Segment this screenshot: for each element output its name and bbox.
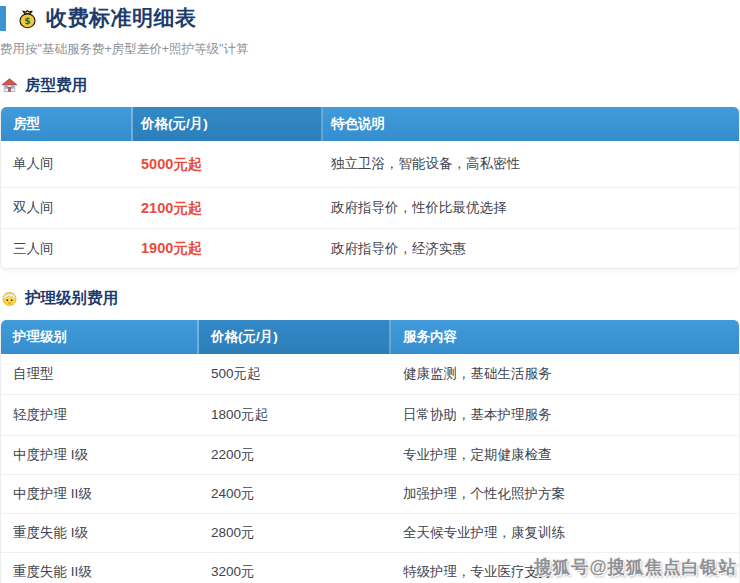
care-fees-section-title: 护理级别费用	[25, 288, 118, 309]
room-price: 2100元起	[133, 199, 323, 218]
svg-text:$: $	[24, 14, 30, 25]
room-fees-header-row: 房型 价格(元/月) 特色说明	[1, 107, 739, 141]
caregiver-face-icon	[1, 290, 18, 307]
care-fees-table: 护理级别 价格(元/月) 服务内容 自理型 500元起 健康监测，基础生活服务 …	[0, 320, 740, 583]
care-desc: 日常协助，基本护理服务	[391, 406, 739, 424]
table-row: 双人间 2100元起 政府指导价，性价比最优选择	[1, 188, 739, 229]
fee-schedule-page: $ 收费标准明细表 费用按"基础服务费+房型差价+照护等级"计算 房型费用 房型…	[0, 0, 740, 583]
care-level: 轻度护理	[1, 406, 199, 424]
table-row: 三人间 1900元起 政府指导价，经济实惠	[1, 229, 739, 268]
care-fees-header-desc: 服务内容	[391, 320, 739, 354]
fee-formula-subtitle: 费用按"基础服务费+房型差价+照护等级"计算	[0, 41, 740, 58]
care-price: 3200元	[199, 563, 391, 581]
room-type: 双人间	[1, 199, 133, 217]
care-level: 重度失能 I级	[1, 524, 199, 542]
room-fees-section-title: 房型费用	[25, 75, 87, 96]
table-row: 轻度护理 1800元起 日常协助，基本护理服务	[1, 395, 739, 436]
page-title-bar: $ 收费标准明细表	[0, 4, 740, 32]
room-type: 单人间	[1, 155, 133, 173]
money-bag-icon: $	[17, 8, 38, 29]
page-title: 收费标准明细表	[46, 4, 197, 32]
care-fees-header-row: 护理级别 价格(元/月) 服务内容	[1, 320, 739, 354]
care-price: 2800元	[199, 524, 391, 542]
care-price: 2200元	[199, 446, 391, 464]
house-icon	[1, 77, 18, 94]
table-row: 中度护理 I级 2200元 专业护理，定期健康检查	[1, 436, 739, 475]
care-level: 中度护理 I级	[1, 446, 199, 464]
table-row: 自理型 500元起 健康监测，基础生活服务	[1, 354, 739, 395]
room-desc: 独立卫浴，智能设备，高私密性	[323, 155, 739, 173]
table-row: 中度护理 II级 2400元 加强护理，个性化照护方案	[1, 475, 739, 514]
care-fees-section-heading: 护理级别费用	[0, 288, 740, 308]
care-level: 自理型	[1, 365, 199, 383]
room-price: 5000元起	[133, 155, 323, 174]
care-desc: 全天候专业护理，康复训练	[391, 524, 739, 542]
room-price: 1900元起	[133, 239, 323, 258]
room-fees-table: 房型 价格(元/月) 特色说明 单人间 5000元起 独立卫浴，智能设备，高私密…	[0, 107, 740, 269]
room-desc: 政府指导价，经济实惠	[323, 240, 739, 258]
sohu-watermark: 搜狐号@搜狐焦点白银站	[534, 555, 737, 579]
care-fees-header-price: 价格(元/月)	[199, 320, 391, 354]
room-fees-header-price: 价格(元/月)	[133, 107, 323, 141]
room-desc: 政府指导价，性价比最优选择	[323, 199, 739, 217]
title-accent-bar	[0, 6, 6, 31]
table-row: 重度失能 I级 2800元 全天候专业护理，康复训练	[1, 514, 739, 553]
room-fees-section-heading: 房型费用	[0, 75, 740, 95]
care-desc: 健康监测，基础生活服务	[391, 365, 739, 383]
table-row: 单人间 5000元起 独立卫浴，智能设备，高私密性	[1, 141, 739, 188]
care-level: 中度护理 II级	[1, 485, 199, 503]
care-price: 1800元起	[199, 406, 391, 424]
care-desc: 专业护理，定期健康检查	[391, 446, 739, 464]
room-type: 三人间	[1, 240, 133, 258]
care-fees-header-level: 护理级别	[1, 320, 199, 354]
care-level: 重度失能 II级	[1, 563, 199, 581]
care-price: 2400元	[199, 485, 391, 503]
care-price: 500元起	[199, 365, 391, 383]
room-fees-header-type: 房型	[1, 107, 133, 141]
room-fees-header-desc: 特色说明	[323, 107, 739, 141]
care-desc: 加强护理，个性化照护方案	[391, 485, 739, 503]
